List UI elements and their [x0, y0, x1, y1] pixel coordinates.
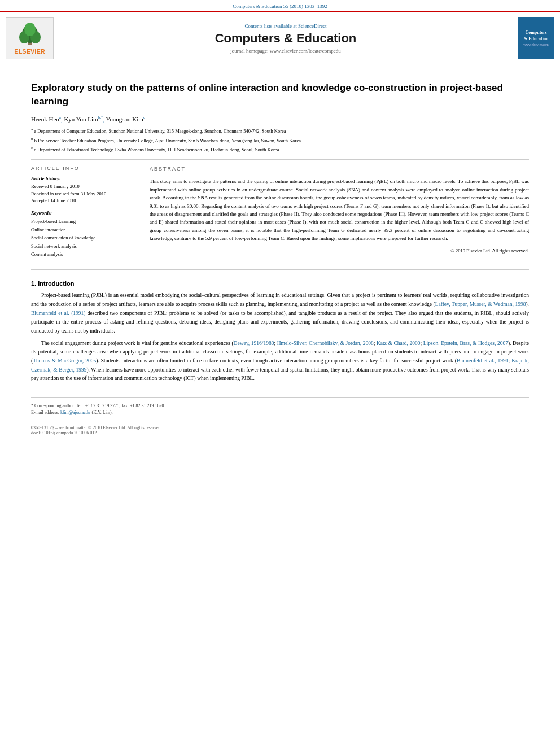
issn-notice: 0360-1315/$ – see front matter © 2010 El… [31, 425, 529, 430]
keyword-4: Social network analysis [31, 242, 138, 250]
divider-1 [31, 159, 529, 160]
section-1-title: 1. Introduction [31, 280, 529, 287]
journal-title: Computers & Education [59, 31, 512, 46]
abstract-header: ABSTRACT [150, 165, 529, 173]
affiliation-1: a a Department of Computer Education, Su… [31, 126, 529, 135]
abstract-column: ABSTRACT This study aims to investigate … [150, 165, 529, 264]
history-label: Article history: [31, 176, 138, 181]
accepted-date: Accepted 14 June 2010 [31, 197, 138, 204]
ref-blumenfeld-1991[interactable]: Blumenfeld et al. (1991) [31, 311, 85, 316]
keywords-label: Keywords: [31, 210, 138, 216]
article-title: Exploratory study on the patterns of onl… [31, 81, 529, 108]
elsevier-tree-icon [16, 21, 44, 47]
ref-laffey[interactable]: Laffey, Tupper, Musser, & Wedman, 1998 [435, 302, 526, 307]
ref-hmelo[interactable]: Hmelo-Silver, Chernobilsky, & Jordan, 20… [277, 340, 374, 346]
author3: Youngsoo Kim [106, 115, 143, 122]
journal-homepage: journal homepage: www.elsevier.com/locat… [59, 48, 512, 54]
article-content: Exploratory study on the patterns of onl… [0, 64, 560, 444]
footer-area: * Corresponding author. Tel.: +1 82 31 2… [31, 397, 529, 416]
header-center: Contents lists available at ScienceDirec… [59, 23, 512, 54]
divider-2 [31, 269, 529, 270]
keywords-section: Keywords: Project-based Learning Online … [31, 210, 138, 258]
author1: Heeok Heo [31, 115, 59, 122]
keyword-2: Online interaction [31, 226, 138, 234]
article-info-header: ARTICLE INFO [31, 165, 138, 171]
ref-katz[interactable]: Katz & Chard, 2000 [377, 340, 421, 346]
affiliation-3: c c Department of Educational Technology… [31, 145, 529, 154]
sciencedirect-link[interactable]: Contents lists available at ScienceDirec… [59, 23, 512, 29]
email-note: E-mail address: klim@ajou.ac.kr (K.Y. Li… [31, 409, 529, 416]
corresponding-author-note: * Corresponding author. Tel.: +1 82 31 2… [31, 403, 529, 409]
received-date: Received 8 January 2010 [31, 183, 138, 190]
journal-logo-right: Computers& Education www.elsevier.com [518, 17, 554, 59]
keywords-list: Project-based Learning Online interactio… [31, 217, 138, 258]
doi-notice: doi:10.1016/j.compedu.2010.06.012 [31, 430, 529, 435]
elsevier-wordmark: ELSEVIER [14, 48, 45, 55]
section-1-body: Project-based learning (PJBL) is an esse… [31, 291, 529, 383]
journal-header: ELSEVIER Contents lists available at Sci… [0, 11, 560, 64]
journal-reference-bar: Computers & Education 55 (2010) 1383–139… [0, 0, 560, 11]
article-info-column: ARTICLE INFO Article history: Received 8… [31, 165, 138, 264]
revised-date: Received in revised form 31 May 2010 [31, 190, 138, 198]
author2: Kyu Yon Lim [64, 115, 98, 122]
section-1-para-1: Project-based learning (PJBL) is an esse… [31, 291, 529, 335]
abstract-text: This study aims to investigate the patte… [150, 177, 529, 242]
svg-point-4 [24, 23, 36, 36]
ref-thomas[interactable]: Thomas & MacGregor, 2005 [33, 358, 96, 364]
authors-line: Heeok Heoa, Kyu Yon Limb,*, Youngsoo Kim… [31, 115, 529, 123]
affiliations: a a Department of Computer Education, Su… [31, 126, 529, 154]
ref-lipson[interactable]: Lipson, Epstein, Bras, & Hodges, 2007 [423, 340, 508, 346]
article-info-abstract: ARTICLE INFO Article history: Received 8… [31, 165, 529, 264]
keyword-5: Content analysis [31, 250, 138, 258]
ref-krajcik[interactable]: Krajcik, Czerniak, & Berger, 1999 [31, 358, 529, 373]
elsevier-logo: ELSEVIER [6, 17, 54, 59]
journal-ref-text: Computers & Education 55 (2010) 1383–139… [233, 3, 327, 9]
section-1: 1. Introduction Project-based learning (… [31, 280, 529, 383]
keyword-1: Project-based Learning [31, 217, 138, 225]
section-1-para-2: The social engagement during project wor… [31, 339, 529, 383]
affiliation-2: b b Pre-service Teacher Education Progra… [31, 136, 529, 145]
ref-dewey[interactable]: Dewey, 1916/1980 [234, 340, 274, 346]
keyword-3: Social construction of knowledge [31, 234, 138, 242]
copyright-notice: © 2010 Elsevier Ltd. All rights reserved… [150, 247, 529, 255]
email-link[interactable]: klim@ajou.ac.kr [60, 410, 91, 415]
article-history-section: Article history: Received 8 January 2010… [31, 176, 138, 204]
ref-blumenfeld-2[interactable]: Blumenfeld et al., 1991 [457, 358, 509, 364]
footer-bottom: 0360-1315/$ – see front matter © 2010 El… [31, 422, 529, 435]
